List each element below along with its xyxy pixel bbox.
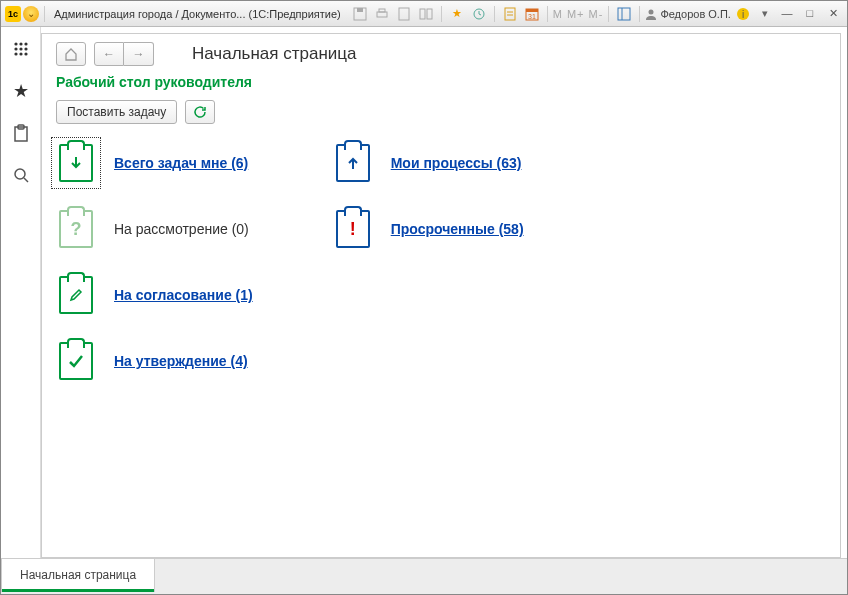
clipboard-icon[interactable] [9,121,33,145]
forward-button[interactable]: → [124,42,154,66]
window-controls: — □ ✕ [777,5,843,22]
svg-rect-4 [399,8,409,20]
section-title: Рабочий стол руководителя [56,74,826,90]
svg-rect-6 [427,9,432,19]
separator [494,6,495,22]
task-item: ?На рассмотрение (0) [56,208,253,250]
print-icon[interactable] [372,4,392,24]
smile-icon: ⌄ [23,6,39,22]
page-title: Начальная страница [192,44,357,64]
user-label[interactable]: Федоров О.П. [645,8,731,20]
svg-rect-2 [377,12,387,17]
minimize-button[interactable]: — [777,5,797,21]
info-icon[interactable]: i [733,4,753,24]
separator [441,6,442,22]
task-link[interactable]: Мои процессы (63) [391,155,522,171]
task-item: !Просроченные (58) [333,208,524,250]
user-icon [645,8,657,20]
task-label: На рассмотрение (0) [114,221,249,237]
svg-text:i: i [742,9,744,20]
svg-point-27 [24,52,27,55]
home-button[interactable] [56,42,86,66]
task-item: На утверждение (4) [56,340,253,382]
task-link[interactable]: Всего задач мне (6) [114,155,248,171]
separator [44,6,45,22]
separator [639,6,640,22]
save-disk-icon[interactable] [350,4,370,24]
task-link[interactable]: На утверждение (4) [114,353,248,369]
compare-icon[interactable] [416,4,436,24]
apps-menu-icon[interactable] [9,37,33,61]
task-icon-question[interactable]: ? [56,208,96,250]
svg-rect-14 [618,8,630,20]
svg-rect-8 [505,8,515,20]
window-title: Администрация города / Документо... (1С:… [54,8,341,20]
task-icon-up[interactable] [333,142,373,184]
svg-rect-3 [379,9,385,12]
search-icon[interactable] [9,163,33,187]
app-icon: 1c [5,6,21,22]
document-icon[interactable] [394,4,414,24]
refresh-button[interactable] [185,100,215,124]
svg-point-23 [19,47,22,50]
task-item: Мои процессы (63) [333,142,524,184]
separator [547,6,548,22]
task-link[interactable]: Просроченные (58) [391,221,524,237]
sidebar: ★ [1,27,41,558]
svg-rect-5 [420,9,425,19]
panel-icon[interactable] [614,4,634,24]
task-grid: Всего задач мне (6)?На рассмотрение (0)Н… [56,142,826,382]
dropdown-icon[interactable]: ▾ [755,4,775,24]
task-column-left: Всего задач мне (6)?На рассмотрение (0)Н… [56,142,253,382]
user-name: Федоров О.П. [660,8,731,20]
tab-start-page[interactable]: Начальная страница [1,559,155,592]
task-item: Всего задач мне (6) [56,142,253,184]
separator [608,6,609,22]
star-favorite-icon[interactable]: ★ [447,4,467,24]
close-button[interactable]: ✕ [823,6,843,22]
svg-rect-1 [357,8,363,12]
favorites-star-icon[interactable]: ★ [9,79,33,103]
task-icon-down[interactable] [56,142,96,184]
svg-point-19 [14,42,17,45]
svg-point-30 [15,169,25,179]
back-button[interactable]: ← [94,42,124,66]
svg-point-20 [19,42,22,45]
svg-text:31: 31 [528,13,536,20]
task-icon-alert[interactable]: ! [333,208,373,250]
svg-point-26 [19,52,22,55]
svg-point-25 [14,52,17,55]
calendar-icon[interactable]: 31 [522,4,542,24]
set-task-button[interactable]: Поставить задачу [56,100,177,124]
tabbar: Начальная страница [1,558,847,594]
task-icon-pencil[interactable] [56,274,96,316]
task-item: На согласование (1) [56,274,253,316]
task-icon-check[interactable] [56,340,96,382]
svg-line-31 [24,178,28,182]
titlebar: 1c ⌄ Администрация города / Документо...… [1,1,847,27]
svg-point-16 [649,9,654,14]
content-area: ← → Начальная страница Рабочий стол руко… [41,33,841,558]
svg-point-22 [14,47,17,50]
task-link[interactable]: На согласование (1) [114,287,253,303]
calculator-icon[interactable] [500,4,520,24]
svg-point-21 [24,42,27,45]
svg-rect-12 [526,9,538,12]
history-icon[interactable] [469,4,489,24]
svg-point-24 [24,47,27,50]
maximize-button[interactable]: □ [800,5,820,21]
memory-indicator[interactable]: M M+ M- [553,8,604,20]
task-column-right: Мои процессы (63)!Просроченные (58) [333,142,524,382]
